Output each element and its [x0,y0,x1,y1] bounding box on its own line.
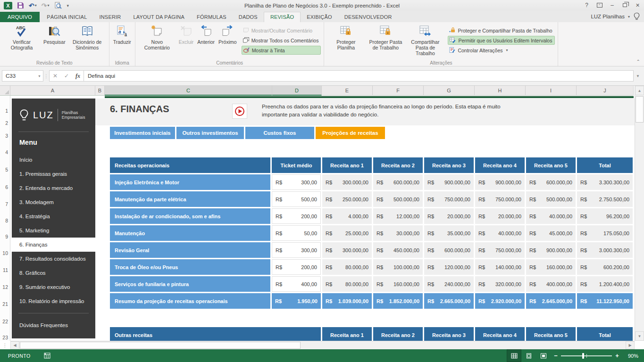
scroll-right-icon[interactable]: ▶ [626,341,635,349]
row-header-7[interactable]: 7 [5,200,8,208]
proteger-planilha-button[interactable]: Proteger Planilha [326,23,366,59]
row-header-4[interactable]: 4 [5,148,8,156]
money-cell[interactable]: R$80.000,00 [322,276,372,292]
money-cell[interactable]: R$45.000,00 [526,225,576,241]
cancel-icon[interactable]: ✕ [50,73,61,79]
dicionario-de-sinonimos-button[interactable]: Dicionário de Sinônimos [67,23,107,59]
scroll-left-icon[interactable]: ◀ [10,341,19,349]
money-cell[interactable]: R$4.000,00 [322,208,372,224]
column-header-b[interactable]: B [95,86,105,96]
minimize-button[interactable]: – [606,0,619,10]
money-cell[interactable]: R$750.000,00 [475,191,525,207]
name-box-dropdown-icon[interactable]: ▼ [38,74,41,78]
money-cell[interactable]: R$2.665.000,00 [424,293,474,309]
verificar-ortografia-button[interactable]: ABCVerificar Ortografia [2,23,42,59]
ribbon-tab-formulas[interactable]: FÓRMULAS [191,12,233,22]
zoom-out-button[interactable]: − [551,352,561,359]
tab-outros-investimentos[interactable]: Outros investimentos [176,127,244,139]
money-cell[interactable]: R$1.200.400,00 [577,276,633,292]
traduzir-button[interactable]: aãTraduzir [111,23,133,59]
save-icon[interactable] [17,1,24,10]
column-header-a[interactable]: A [10,86,95,96]
money-cell[interactable]: R$175.050,00 [577,225,633,241]
money-cell[interactable]: R$400,00 [272,276,321,292]
sidebar-item-duvidas-frequentes[interactable]: Dúvidas Frequentes [12,318,95,332]
money-cell[interactable]: R$320.000,00 [475,276,525,292]
row-header-21[interactable]: 21 [2,300,8,308]
row-header-10[interactable]: 10 [2,249,8,257]
money-cell[interactable]: R$600.000,00 [526,174,576,190]
money-cell[interactable]: R$100.000,00 [373,259,423,275]
money-cell[interactable]: R$50,00 [272,225,321,241]
page-break-preview-button[interactable] [536,349,551,362]
sidebar-item-1-premissas-gerais[interactable]: 1. Premissas gerais [12,167,95,181]
sidebar-item-8-graficos[interactable]: 8. Gráficos [12,266,95,280]
row-header-22[interactable]: 22 [2,318,8,325]
money-cell[interactable]: R$300,00 [272,174,321,190]
money-cell[interactable]: R$80.000,00 [322,259,372,275]
ribbon-tab-pagina-inicial[interactable]: PÁGINA INICIAL [41,12,93,22]
sidebar-item-7-resultados-consolidados[interactable]: 7. Resultados consolidados [12,252,95,266]
money-cell[interactable]: R$20.000,00 [424,208,474,224]
restore-button[interactable] [619,0,631,10]
money-cell[interactable]: R$400.000,00 [526,276,576,292]
column-header-e[interactable]: E [322,86,373,96]
zoom-level[interactable]: 90% [622,353,641,359]
money-cell[interactable]: R$900.000,00 [424,174,474,190]
money-cell[interactable]: R$30.000,00 [373,225,423,241]
row-header-1[interactable]: 1 [5,107,8,115]
money-cell[interactable]: R$40.000,00 [475,225,525,241]
ribbon-tab-desenvolvedor[interactable]: DESENVOLVEDOR [338,12,398,22]
zoom-slider-handle[interactable] [582,353,584,359]
ribbon-display-options-button[interactable]: ^ [593,0,606,10]
column-header-i[interactable]: I [526,86,577,96]
sidebar-item-4-estrategia[interactable]: 4. Estratégia [12,209,95,223]
money-cell[interactable]: R$240.000,00 [424,276,474,292]
print-preview-icon[interactable] [54,1,62,10]
row-header-5[interactable]: 5 [5,166,8,173]
money-cell[interactable]: R$40.000,00 [526,208,576,224]
record-macro-icon[interactable] [44,353,51,359]
scroll-down-icon[interactable]: ▼ [635,331,644,341]
compartilhar-pasta-de-trabalho-button[interactable]: Compartilhar Pasta de Trabalho [405,23,445,59]
ribbon-tab-revisao[interactable]: REVISÃO [264,12,301,22]
mostrar-a-tinta-button[interactable]: Mostrar à Tinta [242,46,321,55]
formula-input[interactable]: Defina aqui [84,70,634,82]
horizontal-scroll-thumb[interactable] [20,342,301,349]
money-cell[interactable]: R$600.200,00 [577,259,633,275]
money-cell[interactable]: R$600.000,00 [424,242,474,258]
money-cell[interactable]: R$450.000,00 [373,242,423,258]
tab-projecoes-de-receitas[interactable]: Projeções de receitas [316,127,385,139]
insert-function-icon[interactable]: fx [72,73,84,80]
row-header-3[interactable]: 3 [5,132,8,140]
column-header-d[interactable]: D [272,86,322,96]
page-layout-view-button[interactable] [521,349,536,362]
mostrar-ocultar-comentario-button[interactable]: Mostrar/Ocultar Comentário [242,26,321,35]
zoom-in-button[interactable]: + [612,352,622,359]
sidebar-item-6-financas[interactable]: 6. Finanças [12,238,95,252]
money-cell[interactable]: R$250.000,00 [322,191,372,207]
vertical-scroll-thumb[interactable] [636,96,644,123]
money-cell[interactable]: R$500.000,00 [526,191,576,207]
money-cell[interactable]: R$750.000,00 [475,242,525,258]
money-cell[interactable]: R$3.300.300,00 [577,174,633,190]
column-header-c[interactable]: C [105,86,272,96]
account-area[interactable]: LUZ Planilhas ▾ [591,12,640,21]
undo-icon[interactable]: ↶▾ [29,1,37,10]
row-header-8[interactable]: 8 [5,217,8,224]
scroll-up-icon[interactable]: ▲ [635,86,644,95]
sidebar-item-2-entenda-o-mercado[interactable]: 2. Entenda o mercado [12,181,95,195]
column-header-h[interactable]: H [475,86,526,96]
vertical-scrollbar[interactable]: ▲ ▼ [635,86,644,341]
permitir-que-os-usuarios-editem-intervalos-button[interactable]: Permitir que os Usuários Editem Interval… [448,36,555,45]
money-cell[interactable]: R$200,00 [272,259,321,275]
proteger-pasta-de-trabalho-button[interactable]: Proteger Pasta de Trabalho [366,23,405,59]
row-header-9[interactable]: 9 [5,233,8,240]
mostrar-todos-os-comentarios-button[interactable]: Mostrar Todos os Comentários [242,36,321,45]
row-header-12[interactable]: 12 [2,283,8,291]
money-cell[interactable]: R$900.000,00 [475,174,525,190]
help-button[interactable]: ? [580,0,593,10]
money-cell[interactable]: R$35.000,00 [424,225,474,241]
ribbon-tab-dados[interactable]: DADOS [233,12,264,22]
excel-logo-icon[interactable]: X [4,1,12,10]
